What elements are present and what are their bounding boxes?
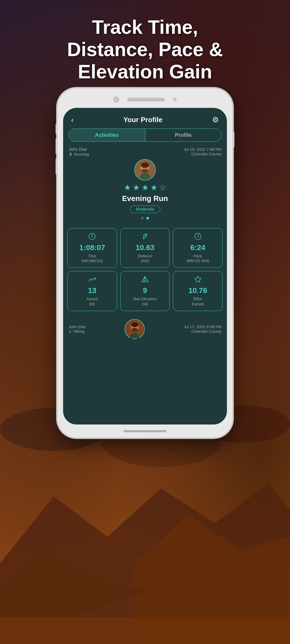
star-rating: ★ ★ ★ ★ ☆ xyxy=(68,183,222,192)
page-title: Your Profile xyxy=(123,116,162,124)
avatar xyxy=(134,159,156,181)
svg-point-13 xyxy=(146,167,147,168)
screen-content[interactable]: ‹ Your Profile ⚙ Activities Profile John… xyxy=(63,108,227,425)
star-3: ★ xyxy=(142,183,149,192)
stats-grid: 1:08:07 Time(HH:MM:SS) 10.63 Dista xyxy=(63,228,227,311)
route-icon xyxy=(141,233,149,242)
settings-icon[interactable]: ⚙ xyxy=(212,115,219,124)
svg-point-27 xyxy=(133,326,134,327)
stat-effort: 10.76 EffortEarned xyxy=(173,271,223,311)
activity-date: Jul 19, 2022 7:48 PM Colorado County xyxy=(183,147,222,156)
tab-profile[interactable]: Profile xyxy=(145,129,222,141)
svg-marker-19 xyxy=(142,276,148,282)
ascent-label: Ascent(M) xyxy=(86,297,98,306)
user-name: John Doe xyxy=(68,147,89,152)
phone-frame: ‹ Your Profile ⚙ Activities Profile John… xyxy=(58,89,232,437)
svg-point-14 xyxy=(144,169,146,169)
elevation-label: Max Elevation(M) xyxy=(133,297,157,306)
phone-top-bar xyxy=(63,94,227,105)
avatar-image xyxy=(135,160,155,180)
distance-value: 10.63 xyxy=(136,244,154,251)
user-info: John Doe Running xyxy=(68,147,89,156)
preview-avatar-image xyxy=(125,320,144,339)
activity-meta: John Doe Running Jul 19, 2022 7:48 PM Co… xyxy=(68,147,222,156)
tab-bar: Activities Profile xyxy=(68,129,222,142)
time-value: 1:08:07 xyxy=(79,244,105,251)
stat-ascent: 13 Ascent(M) xyxy=(67,271,117,311)
screen-header: ‹ Your Profile ⚙ xyxy=(63,108,227,129)
power-button xyxy=(232,131,234,148)
pagination xyxy=(68,217,222,219)
star-1: ★ xyxy=(124,183,131,192)
preview-avatar xyxy=(125,319,145,339)
back-button[interactable]: ‹ xyxy=(71,116,74,124)
svg-point-28 xyxy=(136,326,137,327)
stat-time: 1:08:07 Time(HH:MM:SS) xyxy=(67,228,117,268)
avatar-container xyxy=(68,159,222,181)
front-camera xyxy=(113,97,119,103)
hero-line3: Elevation Gain xyxy=(21,61,269,83)
elevation-icon xyxy=(141,276,149,285)
hero-line1: Track Time, xyxy=(21,16,269,38)
volume-down-button xyxy=(56,158,58,174)
preview-date-info: Jul 17, 2022 6:08 PM Colorado County xyxy=(183,324,222,334)
stat-distance: 10.63 Distance(KM) xyxy=(120,228,170,268)
phone-speaker xyxy=(127,98,165,101)
svg-point-24 xyxy=(132,328,137,332)
tab-activities[interactable]: Activities xyxy=(69,129,145,141)
volume-up-button xyxy=(56,138,58,154)
stat-pace: 6:24 Pace(MM:SS /KM) xyxy=(173,228,223,268)
running-icon xyxy=(68,152,73,156)
activity-title: Evening Run xyxy=(68,194,222,203)
pace-value: 6:24 xyxy=(190,244,205,251)
svg-point-20 xyxy=(144,278,146,279)
activity-preview-2: John Doe Hiking xyxy=(63,314,227,342)
svg-point-25 xyxy=(131,322,138,327)
ascent-value: 13 xyxy=(88,287,96,294)
preview-activity-type: Hiking xyxy=(68,329,86,334)
effort-label: EffortEarned xyxy=(192,297,204,306)
elevation-value: 9 xyxy=(143,287,147,294)
hero-line2: Distance, Pace & xyxy=(21,38,269,61)
home-bar xyxy=(124,430,166,432)
difficulty-label: Moderate xyxy=(130,206,160,213)
sensor xyxy=(173,98,177,101)
effort-value: 10.76 xyxy=(189,287,207,294)
user-activity-type: Running xyxy=(68,152,89,156)
stat-elevation: 9 Max Elevation(M) xyxy=(120,271,170,311)
pace-icon xyxy=(194,233,202,242)
activity-card-1: John Doe Running Jul 19, 2022 7:48 PM Co… xyxy=(63,147,227,228)
clock-icon xyxy=(88,233,96,242)
difficulty-badge: Moderate xyxy=(68,206,222,213)
star-2: ★ xyxy=(133,183,140,192)
dot-2[interactable] xyxy=(146,217,149,219)
pace-label: Pace(MM:SS /KM) xyxy=(187,254,209,263)
svg-point-9 xyxy=(142,169,148,173)
phone-bottom-bar xyxy=(63,425,227,438)
hiking-icon xyxy=(68,330,72,333)
star-4: ★ xyxy=(150,183,158,192)
svg-point-16 xyxy=(143,238,144,239)
star-5-half: ☆ xyxy=(159,183,166,192)
phone-screen: ‹ Your Profile ⚙ Activities Profile John… xyxy=(63,108,227,425)
svg-point-10 xyxy=(141,162,149,168)
time-label: Time(HH:MM:SS) xyxy=(82,254,103,263)
preview-user-info: John Doe Hiking xyxy=(68,324,86,334)
dot-1[interactable] xyxy=(141,217,144,219)
effort-icon xyxy=(194,276,202,285)
ascent-icon xyxy=(88,276,96,285)
hero-text: Track Time, Distance, Pace & Elevation G… xyxy=(0,16,290,83)
distance-label: Distance(KM) xyxy=(138,254,152,263)
svg-marker-21 xyxy=(195,276,201,282)
mute-button xyxy=(56,123,58,134)
svg-point-12 xyxy=(143,167,144,168)
